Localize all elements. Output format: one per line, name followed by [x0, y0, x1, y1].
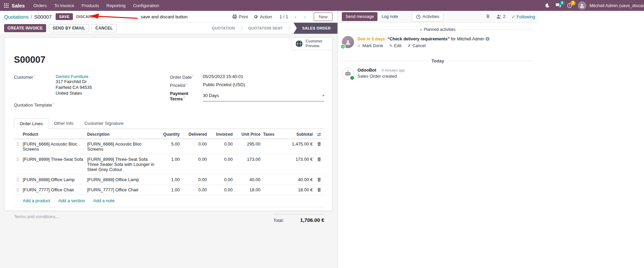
header-description[interactable]: Description — [86, 130, 156, 139]
terms-and-conditions-placeholder[interactable]: Terms and conditions... — [14, 214, 273, 219]
menu-to-invoice[interactable]: To Invoice — [51, 1, 78, 11]
status-quotation-sent[interactable]: QUOTATION SENT — [246, 26, 286, 30]
drag-handle-icon[interactable] — [14, 175, 21, 184]
cell-delivered[interactable]: 0.00 — [181, 175, 208, 185]
user-avatar[interactable] — [578, 1, 586, 10]
cell-unit-price[interactable]: 173.00 — [234, 154, 262, 164]
status-sales-order[interactable]: SALES ORDER — [293, 23, 337, 34]
pager-next-icon[interactable]: › — [303, 14, 307, 20]
cell-unit-price[interactable]: 40.00 — [234, 175, 262, 185]
menu-configuration[interactable]: Configuration — [129, 1, 163, 11]
table-row[interactable]: [FURN_6666] Acoustic Bloc Screens [FURN_… — [14, 139, 324, 154]
cell-product[interactable]: [FURN_8888] Office Lamp — [21, 175, 86, 185]
breadcrumb-quotations[interactable]: Quotations — [4, 14, 29, 20]
attachment-paperclip-icon[interactable] — [486, 14, 490, 20]
cell-product[interactable]: [FURN_7777] Office Chair — [21, 185, 86, 195]
info-icon[interactable] — [485, 37, 490, 41]
message-author[interactable]: OdooBot — [357, 68, 376, 73]
cell-unit-price[interactable]: 295.00 — [234, 139, 262, 149]
cell-description[interactable]: [FURN_7777] Office Chair — [86, 185, 156, 195]
header-product[interactable]: Product — [21, 130, 86, 139]
column-options-icon[interactable] — [314, 130, 324, 139]
planned-activities-header[interactable]: ▾ Planned activities — [342, 27, 534, 32]
messages-icon[interactable]: 4 — [555, 3, 561, 8]
send-message-button[interactable]: Send message — [342, 12, 377, 21]
payment-terms-input[interactable] — [203, 93, 323, 98]
cell-subtotal[interactable]: 40.00 € — [282, 175, 314, 185]
cell-invoiced[interactable]: 0.00 — [208, 185, 234, 195]
delete-row-icon[interactable] — [314, 185, 324, 194]
send-by-email-button[interactable]: SEND BY EMAIL — [49, 24, 89, 32]
cell-invoiced[interactable]: 0.00 — [208, 139, 234, 149]
drag-handle-icon[interactable] — [14, 185, 21, 194]
new-button[interactable]: New — [314, 13, 333, 21]
mark-done-button[interactable]: ✓Mark Done — [357, 43, 383, 48]
customer-link[interactable]: Gemini Furniture — [56, 74, 89, 79]
cancel-button[interactable]: CANCEL — [92, 24, 116, 32]
activities-tab[interactable]: Activities — [412, 12, 444, 21]
cell-description[interactable]: [FURN_8888] Office Lamp — [86, 175, 156, 185]
cell-quantity[interactable]: 1.00 — [156, 185, 181, 195]
table-row[interactable]: [FURN_8888] Office Lamp [FURN_8888] Offi… — [14, 175, 324, 185]
followers-button[interactable]: 2 — [496, 14, 505, 19]
cell-taxes[interactable] — [262, 185, 282, 190]
add-a-section-link[interactable]: Add a section — [58, 198, 85, 203]
order-date-field[interactable]: 05/25/2023 15:40:01 — [203, 74, 243, 80]
cell-subtotal[interactable]: 173.00 € — [282, 154, 314, 164]
cell-taxes[interactable] — [262, 175, 282, 179]
add-a-note-link[interactable]: Add a note — [93, 198, 115, 203]
header-quantity[interactable]: Quantity — [156, 130, 181, 139]
cell-delivered[interactable]: 0.00 — [181, 139, 208, 149]
header-unit-price[interactable]: Unit Price — [234, 130, 262, 139]
table-row[interactable]: [FURN_7777] Office Chair [FURN_7777] Off… — [14, 185, 324, 195]
tab-order-lines[interactable]: Order Lines — [14, 118, 48, 129]
cell-quantity[interactable]: 1.00 — [156, 154, 181, 164]
cell-taxes[interactable] — [262, 139, 282, 144]
print-button[interactable]: Print — [232, 14, 248, 19]
drag-handle-icon[interactable] — [14, 154, 21, 164]
menu-products[interactable]: Products — [78, 1, 102, 11]
delete-row-icon[interactable] — [314, 154, 324, 164]
tab-other-info[interactable]: Other Info — [48, 118, 79, 129]
cell-delivered[interactable]: 0.00 — [181, 185, 208, 195]
pricelist-field[interactable]: Public Pricelist (USD) — [203, 82, 245, 88]
header-delivered[interactable]: Delivered — [181, 130, 208, 139]
delete-row-icon[interactable] — [314, 175, 324, 184]
dropdown-caret-icon[interactable]: ▾ — [323, 94, 324, 97]
cell-taxes[interactable] — [262, 154, 282, 159]
cell-description[interactable]: [FURN_6666] Acoustic Bloc Screens — [86, 139, 156, 154]
status-quotation[interactable]: QUOTATION — [209, 26, 238, 30]
customer-field[interactable]: Gemini Furniture 317 Fairchild Dr Fairfi… — [56, 74, 92, 96]
cell-quantity[interactable]: 5.00 — [156, 139, 181, 149]
cell-subtotal[interactable]: 1,475.00 € — [282, 139, 314, 149]
delete-row-icon[interactable] — [314, 139, 324, 149]
add-a-product-link[interactable]: Add a product — [23, 198, 50, 203]
cell-delivered[interactable]: 0.00 — [181, 154, 208, 164]
activities-clock-icon[interactable]: 2 — [567, 3, 572, 8]
drag-handle-icon[interactable] — [14, 139, 21, 148]
cell-invoiced[interactable]: 0.00 — [208, 154, 234, 164]
save-button[interactable]: SAVE — [56, 13, 73, 20]
payment-terms-field[interactable]: ▾ — [203, 91, 324, 101]
menu-reporting[interactable]: Reporting — [103, 1, 129, 11]
apps-grid-icon[interactable] — [4, 3, 8, 8]
cell-invoiced[interactable]: 0.00 — [208, 175, 234, 185]
header-taxes[interactable]: Taxes — [262, 130, 282, 139]
table-row[interactable]: [FURN_8999] Three-Seat Sofa [FURN_8999] … — [14, 154, 324, 175]
app-brand[interactable]: Sales — [12, 3, 25, 8]
cell-subtotal[interactable]: 18.00 € — [282, 185, 314, 195]
cell-description[interactable]: [FURN_8999] Three-Seat Sofa Three Seater… — [86, 154, 156, 174]
header-subtotal[interactable]: Subtotal — [282, 130, 314, 139]
cell-quantity[interactable]: 1.00 — [156, 175, 181, 185]
cancel-activity-button[interactable]: ✗Cancel — [408, 43, 426, 48]
header-invoiced[interactable]: Invoiced — [208, 130, 234, 139]
action-button[interactable]: Action — [253, 14, 272, 19]
tab-customer-signature[interactable]: Customer Signature — [79, 118, 129, 129]
cell-product[interactable]: [FURN_6666] Acoustic Bloc Screens — [21, 139, 86, 154]
cell-unit-price[interactable]: 18.00 — [234, 185, 262, 195]
pager-previous-icon[interactable]: ‹ — [294, 14, 298, 20]
create-invoice-button[interactable]: CREATE INVOICE — [4, 24, 46, 32]
edit-activity-button[interactable]: ✎Edit — [389, 43, 402, 48]
log-note-button[interactable]: Log note — [377, 12, 402, 21]
following-button[interactable]: ✓ Following — [511, 14, 535, 19]
